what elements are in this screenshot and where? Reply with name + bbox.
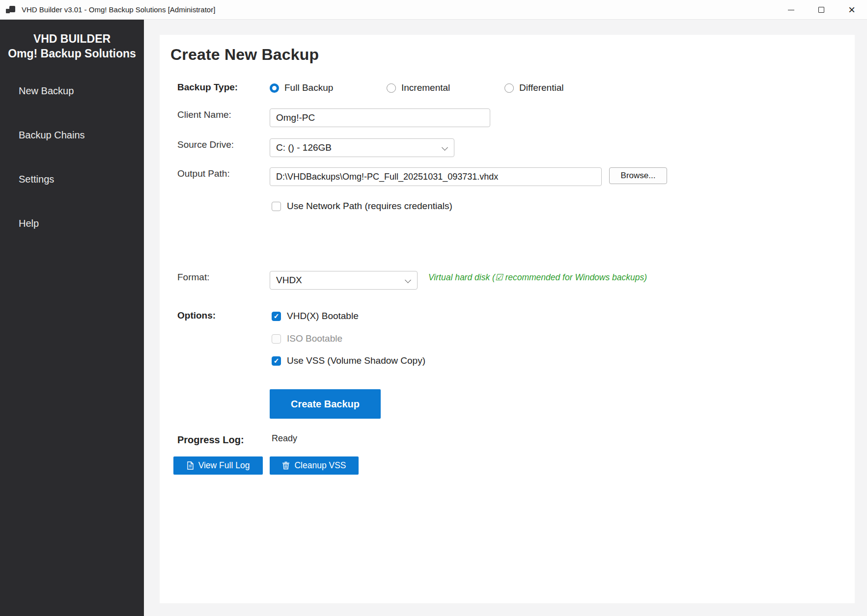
radio-full-backup-circle — [270, 83, 279, 93]
brand-line1: VHD BUILDER — [0, 31, 144, 46]
progress-status: Ready — [272, 433, 297, 444]
iso-bootable-label: ISO Bootable — [287, 333, 342, 344]
output-path-label: Output Path: — [177, 168, 230, 179]
progress-log-label: Progress Log: — [177, 434, 244, 446]
sidebar-item-backup-chains[interactable]: Backup Chains — [0, 128, 144, 142]
radio-differential-circle — [504, 83, 514, 93]
format-value: VHDX — [276, 275, 302, 286]
cleanup-vss-label: Cleanup VSS — [294, 460, 346, 471]
format-select[interactable]: VHDX — [270, 271, 418, 290]
client-name-input[interactable] — [270, 108, 490, 127]
close-button[interactable]: × — [837, 0, 867, 20]
radio-incremental-circle — [387, 83, 396, 93]
brand: VHD BUILDER Omg! Backup Solutions — [0, 20, 144, 61]
chevron-down-icon — [442, 144, 448, 151]
use-vss-checkbox[interactable] — [272, 356, 281, 366]
cleanup-vss-button[interactable]: Cleanup VSS — [270, 456, 359, 475]
window-title: VHD Builder v3.01 - Omg! Backup Solution… — [22, 5, 215, 14]
radio-full-backup-label: Full Backup — [284, 82, 333, 93]
maximize-icon — [818, 7, 824, 13]
options-label: Options: — [177, 310, 216, 321]
radio-differential-label: Differential — [519, 82, 563, 93]
sidebar-item-settings[interactable]: Settings — [0, 172, 144, 187]
network-path-checkbox-row[interactable]: Use Network Path (requires credentials) — [272, 201, 452, 212]
trash-icon — [282, 461, 290, 470]
brand-line2: Omg! Backup Solutions — [0, 46, 144, 61]
radio-differential[interactable]: Differential — [504, 82, 563, 93]
network-path-label: Use Network Path (requires credentials) — [287, 201, 452, 212]
titlebar: VHD Builder v3.01 - Omg! Backup Solution… — [0, 0, 867, 20]
iso-bootable-checkbox-row[interactable]: ISO Bootable — [272, 333, 342, 344]
vhdx-bootable-checkbox[interactable] — [272, 312, 281, 321]
minimize-button[interactable] — [776, 0, 806, 20]
chevron-down-icon — [405, 277, 411, 283]
source-drive-label: Source Drive: — [177, 139, 234, 150]
create-backup-button[interactable]: Create Backup — [270, 389, 381, 419]
vhdx-bootable-label: VHD(X) Bootable — [287, 311, 359, 321]
view-full-log-label: View Full Log — [198, 460, 250, 471]
use-vss-checkbox-row[interactable]: Use VSS (Volume Shadow Copy) — [272, 355, 425, 366]
sidebar-item-new-backup[interactable]: New Backup — [0, 83, 144, 98]
app-icon — [5, 4, 16, 15]
maximize-button[interactable] — [806, 0, 837, 20]
page-title: Create New Backup — [170, 46, 319, 64]
window-controls: × — [776, 0, 867, 20]
format-label: Format: — [177, 272, 209, 283]
iso-bootable-checkbox[interactable] — [272, 334, 281, 344]
radio-incremental-label: Incremental — [401, 82, 450, 93]
client-name-label: Client Name: — [177, 109, 231, 120]
create-backup-panel: Create New Backup Backup Type: Full Back… — [160, 35, 855, 603]
output-path-input[interactable] — [270, 167, 602, 186]
format-hint: Virtual hard disk (☑ recommended for Win… — [428, 272, 647, 283]
minimize-icon — [788, 10, 794, 10]
close-icon: × — [848, 4, 855, 16]
sidebar-item-help[interactable]: Help — [0, 216, 144, 231]
document-icon — [187, 461, 194, 470]
sidebar-nav: New Backup Backup Chains Settings Help — [0, 83, 144, 231]
app-icon-square-big — [9, 6, 15, 12]
use-vss-label: Use VSS (Volume Shadow Copy) — [287, 355, 425, 366]
view-full-log-button[interactable]: View Full Log — [173, 456, 263, 475]
source-drive-select[interactable]: C: () - 126GB — [270, 138, 454, 157]
browse-button[interactable]: Browse... — [609, 167, 667, 184]
source-drive-value: C: () - 126GB — [276, 142, 332, 153]
sidebar: VHD BUILDER Omg! Backup Solutions New Ba… — [0, 20, 144, 616]
network-path-checkbox[interactable] — [272, 202, 281, 211]
radio-full-backup[interactable]: Full Backup — [270, 82, 333, 93]
main-area: Create New Backup Backup Type: Full Back… — [144, 20, 867, 616]
radio-incremental[interactable]: Incremental — [387, 82, 450, 93]
vhdx-bootable-checkbox-row[interactable]: VHD(X) Bootable — [272, 311, 359, 321]
backup-type-label: Backup Type: — [177, 82, 238, 93]
